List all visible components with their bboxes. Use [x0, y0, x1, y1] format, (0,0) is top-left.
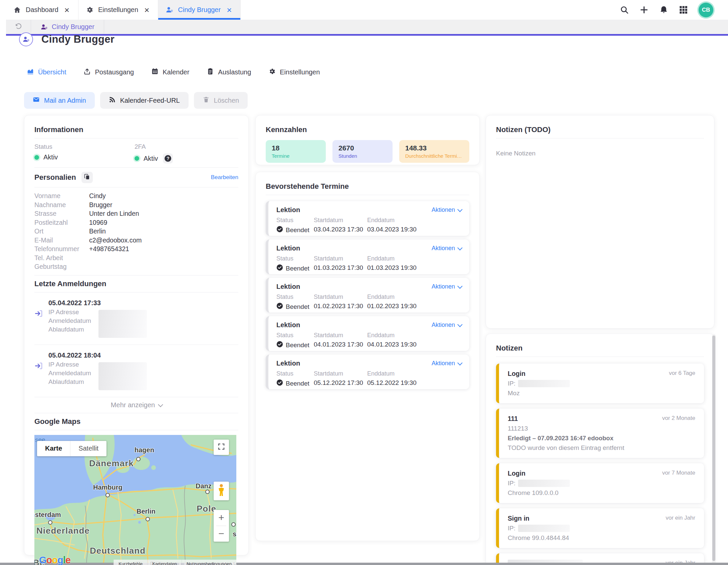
map-label-amsterdam: msterdam — [34, 511, 61, 519]
notifications-bell-icon[interactable] — [659, 5, 668, 14]
note-time: vor 7 Monate — [662, 470, 695, 476]
user-shield-icon — [40, 23, 48, 31]
mail-an-admin-button[interactable]: Mail an Admin — [24, 92, 95, 109]
copy-button[interactable] — [81, 172, 93, 183]
button-label: Kalender-Feed-URL — [120, 97, 180, 104]
zoom-in-button[interactable]: + — [214, 510, 229, 526]
close-icon[interactable]: × — [225, 6, 233, 14]
personalien-fields: VornameCindy NachnameBrugger StrasseUnte… — [34, 191, 238, 271]
note-card: 111 vor 2 Monate 111213 Erledigt – 07.09… — [496, 409, 704, 458]
chevron-down-icon — [457, 207, 463, 212]
aktionen-dropdown[interactable]: Aktionen — [432, 322, 461, 329]
map-label-berlin: Berlin — [137, 508, 156, 515]
map-footer: Kurzbefehle Kartendaten Nutzungsbedingun… — [113, 560, 236, 565]
tab-auslastung[interactable]: Auslastung — [207, 68, 251, 77]
map-label-fragment: sc — [233, 530, 236, 538]
user-shield-icon — [166, 6, 173, 14]
nav-tab-label: Einstellungen — [280, 68, 320, 76]
copy-icon — [84, 174, 90, 181]
nutzungsbedingungen-link[interactable]: Nutzungsbedingungen — [182, 560, 236, 565]
button-label: Mail an Admin — [44, 97, 86, 104]
aktionen-dropdown[interactable]: Aktionen — [432, 206, 461, 213]
keine-notizen-text: Keine Notizen — [496, 150, 704, 157]
tab-uebersicht[interactable]: Übersicht — [27, 68, 66, 77]
history-button[interactable] — [6, 20, 31, 34]
check-circle-icon — [276, 341, 283, 349]
nav-tab-label: Kalender — [163, 68, 189, 76]
redacted-login-values — [98, 310, 147, 338]
tab-einstellungen-profile[interactable]: Einstellungen — [268, 68, 320, 77]
question-icon: ? — [165, 155, 171, 162]
tab-label: Dashboard — [26, 6, 58, 14]
app-root: Dashboard × Einstellungen × Cindy Brugge… — [0, 0, 728, 565]
map-label-danzig: Danz — [196, 482, 212, 490]
fullscreen-icon — [217, 443, 225, 452]
search-icon[interactable] — [620, 5, 629, 14]
field-row: Tel. Arbeit — [34, 253, 238, 262]
aktionen-dropdown[interactable]: Aktionen — [432, 245, 461, 252]
termin-card: Lektion Aktionen Status Beendet Startdat… — [266, 355, 469, 389]
tab-einstellungen[interactable]: Einstellungen × — [78, 0, 158, 20]
map-zoom-control: + − — [214, 510, 229, 542]
login-labels: IP Adresse Anmeldedatum Ablaufdatum — [48, 308, 98, 338]
status-active-dot — [34, 155, 39, 160]
map-satellit-button[interactable]: Satellit — [70, 441, 106, 456]
add-icon[interactable] — [640, 5, 649, 14]
field-row: Telefonnummer+4987654321 — [34, 244, 238, 253]
nav-tab-label: Postausgang — [95, 68, 134, 76]
note-title: Login — [508, 470, 525, 477]
mehr-anzeigen-button[interactable]: Mehr anzeigen — [34, 401, 238, 409]
notizen-panel: Notizen Login vor 6 Tage IP: Moz 111 vor… — [486, 334, 714, 565]
note-erledigt-line: Erledigt – 07.09.2023 16:47 edoobox — [508, 435, 695, 442]
user-avatar[interactable]: CB — [699, 3, 713, 17]
aktionen-dropdown[interactable]: Aktionen — [432, 360, 461, 367]
zoom-out-button[interactable]: − — [214, 526, 229, 542]
apps-grid-icon[interactable] — [679, 5, 688, 14]
tab-postausgang[interactable]: Postausgang — [83, 68, 134, 77]
tab-dashboard[interactable]: Dashboard × — [6, 0, 78, 20]
chevron-down-icon — [457, 284, 463, 289]
twofa-label: 2FA — [135, 143, 235, 150]
map-label-niederlande: Niederlande — [36, 526, 90, 536]
subtab-cindy-brugger[interactable]: Cindy Brugger — [31, 20, 104, 34]
stat-durchschnitt: 148.33 Durchschnittliche Termind… — [399, 140, 469, 163]
clipboard-icon — [207, 68, 214, 77]
chart-icon — [27, 68, 34, 77]
divider — [34, 345, 238, 345]
map-pegman-button[interactable] — [214, 482, 229, 500]
show-more-label: Mehr anzeigen — [111, 401, 155, 409]
city-marker — [205, 490, 210, 494]
redacted-login-values — [98, 362, 147, 390]
panel-title: Kennzahlen — [266, 125, 469, 134]
city-marker — [48, 520, 52, 525]
map-fullscreen-button[interactable] — [214, 440, 229, 455]
tab-kalender[interactable]: Kalender — [151, 68, 189, 77]
chevron-down-icon — [457, 245, 463, 250]
aktionen-dropdown[interactable]: Aktionen — [432, 283, 461, 290]
city-marker — [146, 517, 150, 521]
status-section: Status Aktiv 2FA Aktiv ? — [34, 143, 238, 163]
kennzahlen-panel: Kennzahlen 18 Termine 2670 Stunden 148.3… — [255, 115, 480, 165]
kalender-feed-url-button[interactable]: Kalender-Feed-URL — [100, 92, 189, 109]
topbar-actions: CB — [620, 0, 728, 20]
map-label-hamburg: Hamburg — [93, 484, 123, 491]
divider — [34, 292, 238, 293]
note-card: Login vor 6 Tage IP: Moz — [496, 364, 704, 403]
google-map[interactable]: see hagen Dänemark Danz Hamburg Berlin m… — [34, 435, 236, 565]
subtab-label: Cindy Brugger — [52, 23, 94, 31]
note-line: Chrome 99.0.4844.84 — [508, 534, 695, 542]
twofa-help-button[interactable]: ? — [163, 153, 173, 163]
notes-scrollbar-thumb[interactable] — [712, 336, 715, 561]
calendar-icon — [151, 68, 159, 77]
tab-cindy-brugger[interactable]: Cindy Brugger × — [158, 0, 241, 20]
map-karte-button[interactable]: Karte — [37, 441, 70, 456]
field-row: E-Mailc2@edoobox.com — [34, 236, 238, 245]
close-icon[interactable]: × — [143, 6, 151, 14]
loeschen-button[interactable]: Löschen — [194, 92, 248, 109]
close-icon[interactable]: × — [63, 6, 71, 14]
login-entry: 05.04.2022 18:04 IP Adresse Anmeldedatum… — [34, 349, 238, 393]
stat-termine: 18 Termine — [266, 140, 326, 163]
bearbeiten-link[interactable]: Bearbeiten — [211, 174, 238, 181]
kartendaten-link[interactable]: Kartendaten — [147, 560, 182, 565]
kurzbefehle-link[interactable]: Kurzbefehle — [113, 560, 147, 565]
